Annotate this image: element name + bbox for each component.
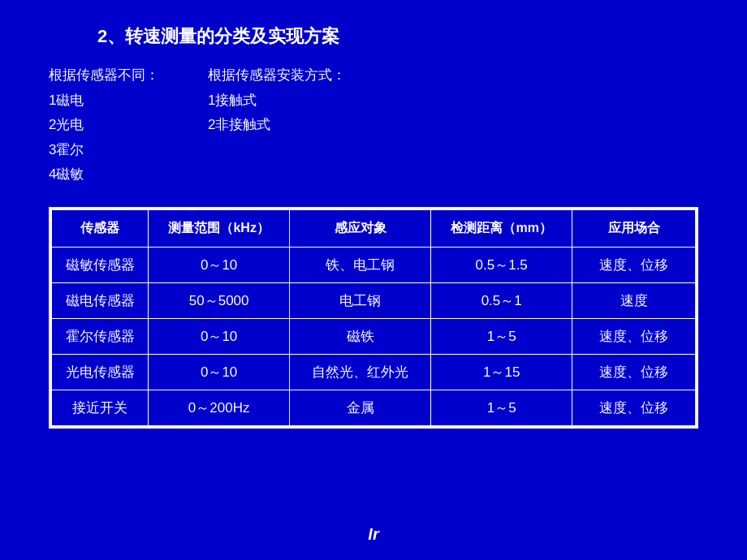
header-sensor: 传感器 [51,209,149,248]
header-target: 感应对象 [290,209,431,248]
cell-distance-3: 1～5 [431,318,572,354]
left-item-2: 2光电 [49,113,159,138]
page-title: 2、转速测量的分类及实现方案 [49,24,698,49]
cell-usage-1: 速度、位移 [572,247,696,282]
header-distance: 检测距离（mm） [431,209,572,248]
right-item-1: 1接触式 [208,88,346,114]
cell-usage-5: 速度、位移 [572,390,696,426]
cell-sensor-5: 接近开关 [51,390,149,426]
cell-target-1: 铁、电工钢 [290,247,431,282]
cell-target-3: 磁铁 [290,318,431,354]
left-item-1: 1磁电 [49,88,159,114]
right-classification-block: 根据传感器安装方式： 1接触式 2非接触式 [208,63,346,187]
cell-range-3: 0～10 [149,318,290,354]
table-row: 霍尔传感器 0～10 磁铁 1～5 速度、位移 [51,318,696,354]
cell-distance-4: 1～15 [431,354,572,390]
table-row: 光电传感器 0～10 自然光、红外光 1～15 速度、位移 [51,354,696,390]
cell-target-4: 自然光、红外光 [290,354,431,390]
left-block-label: 根据传感器不同： [49,63,159,88]
left-item-3: 3霍尔 [49,138,159,163]
table-row: 磁电传感器 50～5000 电工钢 0.5～1 速度 [51,282,696,318]
cell-range-1: 0～10 [149,247,290,282]
cell-sensor-3: 霍尔传感器 [51,318,149,354]
cell-sensor-4: 光电传感器 [51,354,149,390]
cell-sensor-1: 磁敏传感器 [51,247,149,282]
left-classification-block: 根据传感器不同： 1磁电 2光电 3霍尔 4磁敏 [49,63,159,187]
cell-target-2: 电工钢 [290,282,431,318]
header-usage: 应用场合 [572,209,696,248]
cell-sensor-2: 磁电传感器 [51,282,149,318]
table-header-row: 传感器 测量范围（kHz） 感应对象 检测距离（mm） 应用场合 [51,209,696,248]
sensor-table: 传感器 测量范围（kHz） 感应对象 检测距离（mm） 应用场合 磁敏传感器 0… [50,209,697,427]
cell-range-4: 0～10 [149,354,290,390]
cell-range-5: 0～200Hz [149,390,290,426]
cell-usage-4: 速度、位移 [572,354,696,390]
left-item-4: 4磁敏 [49,162,159,187]
cell-distance-5: 1～5 [431,390,572,426]
header-range: 测量范围（kHz） [149,209,290,248]
footer-text: Ir [368,525,378,544]
cell-target-5: 金属 [290,390,431,426]
right-item-2: 2非接触式 [208,113,346,138]
cell-usage-2: 速度 [572,282,696,318]
table-row: 磁敏传感器 0～10 铁、电工钢 0.5～1.5 速度、位移 [51,247,696,282]
cell-usage-3: 速度、位移 [572,318,696,354]
right-block-label: 根据传感器安装方式： [208,63,346,88]
cell-range-2: 50～5000 [149,282,290,318]
cell-distance-1: 0.5～1.5 [431,247,572,282]
cell-distance-2: 0.5～1 [431,282,572,318]
table-row: 接近开关 0～200Hz 金属 1～5 速度、位移 [51,390,696,426]
sensor-table-container: 传感器 测量范围（kHz） 感应对象 检测距离（mm） 应用场合 磁敏传感器 0… [49,207,698,429]
